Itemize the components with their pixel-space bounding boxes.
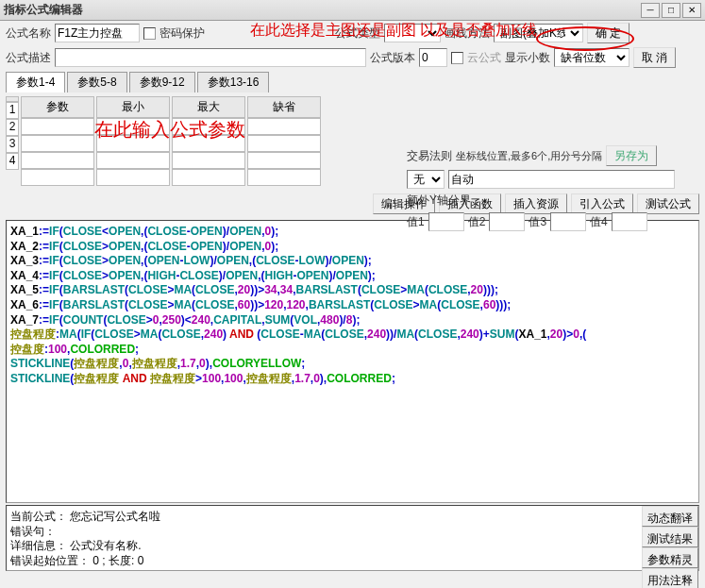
tab-0[interactable]: 参数1-4 (6, 72, 65, 92)
cancel-button[interactable]: 取 消 (633, 47, 676, 68)
titlebar: 指标公式编辑器 ─ □ ✕ (0, 0, 705, 21)
param-cell[interactable] (247, 169, 321, 186)
param-cell[interactable] (247, 152, 321, 169)
version-label: 公式版本 (370, 50, 415, 66)
rule-label: 交易法则 (407, 148, 452, 164)
val3-label: 值3 (529, 214, 546, 230)
param-head: 最小 (96, 96, 170, 118)
cloud-label: 云公式 (467, 50, 501, 66)
val4-input[interactable] (612, 212, 647, 231)
param-cell[interactable] (247, 135, 321, 152)
param-head: 缺省 (247, 96, 321, 118)
param-cell[interactable] (96, 169, 170, 186)
draw-label: 画线方法 (445, 25, 490, 42)
side-btn[interactable]: 用法注释 (642, 568, 698, 588)
code-editor[interactable]: XA_1:=IF(CLOSE<OPEN,(CLOSE-OPEN)/OPEN,0)… (6, 220, 699, 503)
none-select[interactable]: 无 (407, 170, 445, 189)
status-line: 详细信息： 公式没有名称. (10, 539, 695, 554)
dec-label: 显示小数 (505, 50, 550, 66)
val3-input[interactable] (550, 212, 586, 231)
side-btn[interactable]: 测试结果 (642, 527, 698, 547)
status-line: 错误起始位置： 0 ; 长度: 0 (10, 554, 695, 569)
tab-2[interactable]: 参数9-12 (129, 72, 195, 92)
val2-input[interactable] (489, 212, 525, 231)
status-line: 错误句： (10, 525, 695, 540)
version-input[interactable] (419, 48, 447, 67)
close-button[interactable]: ✕ (682, 3, 701, 18)
param-cell[interactable] (172, 152, 245, 169)
val1-input[interactable] (428, 212, 464, 231)
status-panel: 当前公式： 您忘记写公式名啦 错误句： 详细信息： 公式没有名称. 错误起始位置… (6, 505, 699, 571)
param-cell[interactable] (172, 169, 245, 186)
param-cell[interactable] (96, 152, 170, 169)
val2-label: 值2 (468, 214, 486, 230)
dec-select[interactable]: 缺省位数 (554, 48, 629, 67)
param-head: 参数 (21, 96, 94, 118)
side-btn[interactable]: 参数精灵 (642, 547, 698, 568)
param-cell[interactable] (21, 135, 94, 152)
param-row-num: 4 (6, 153, 19, 170)
desc-label: 公式描述 (6, 50, 51, 66)
side-buttons: 动态翻译测试结果参数精灵用法注释 (642, 506, 698, 588)
name-input[interactable] (55, 24, 140, 42)
param-row-num: 1 (6, 102, 19, 119)
right-panel: 交易法则 坐标线位置,最多6个,用分号分隔 另存为 无 额外Y轴分界 值1 值2… (407, 145, 699, 235)
maximize-button[interactable]: □ (662, 3, 680, 18)
param-row-num: 3 (6, 136, 19, 153)
param-cell[interactable] (21, 118, 94, 135)
param-head: 最大 (172, 96, 245, 118)
draw-select[interactable]: 副图(叠加K线) (494, 24, 583, 42)
tab-3[interactable]: 参数13-16 (197, 72, 270, 92)
param-cell[interactable] (96, 118, 170, 135)
cloud-checkbox[interactable] (451, 52, 463, 64)
param-cell[interactable] (172, 135, 245, 152)
param-row-num: 2 (6, 119, 19, 136)
param-cell[interactable] (172, 118, 245, 135)
type-select[interactable] (384, 24, 441, 42)
auto-input[interactable] (448, 170, 675, 189)
pwd-label: 密码保护 (159, 25, 205, 42)
param-cell[interactable] (21, 169, 94, 186)
saveas-button[interactable]: 另存为 (606, 145, 657, 166)
name-label: 公式名称 (6, 25, 51, 42)
rule-note: 坐标线位置,最多6个,用分号分隔 (456, 149, 602, 163)
type-label: 公式类型 (335, 25, 380, 42)
val4-label: 值4 (590, 214, 608, 230)
ok-button[interactable]: 确 定 (587, 23, 629, 43)
row-desc: 公式描述 公式版本 云公式 显示小数 缺省位数 取 消 (0, 45, 705, 70)
row-name: 公式名称 密码保护 公式类型 画线方法 副图(叠加K线) 确 定 (0, 21, 705, 45)
param-tabs: 参数1-4参数5-8参数9-12参数13-16 (0, 70, 705, 92)
val1-label: 值1 (407, 214, 425, 230)
pwd-checkbox[interactable] (143, 27, 156, 40)
side-btn[interactable]: 动态翻译 (642, 506, 698, 527)
param-cell[interactable] (247, 118, 321, 135)
extray-label: 额外Y轴分界 (407, 193, 471, 209)
param-area: 参数1-4参数5-8参数9-12参数13-16 1234参数最小最大缺省 在此输… (0, 70, 705, 190)
desc-input[interactable] (55, 48, 366, 67)
status-line: 当前公式： 您忘记写公式名啦 (10, 510, 695, 525)
param-cell[interactable] (21, 152, 94, 169)
tab-1[interactable]: 参数5-8 (67, 72, 126, 92)
param-cell[interactable] (96, 135, 170, 152)
minimize-button[interactable]: ─ (641, 3, 660, 18)
window-title: 指标公式编辑器 (4, 2, 641, 18)
